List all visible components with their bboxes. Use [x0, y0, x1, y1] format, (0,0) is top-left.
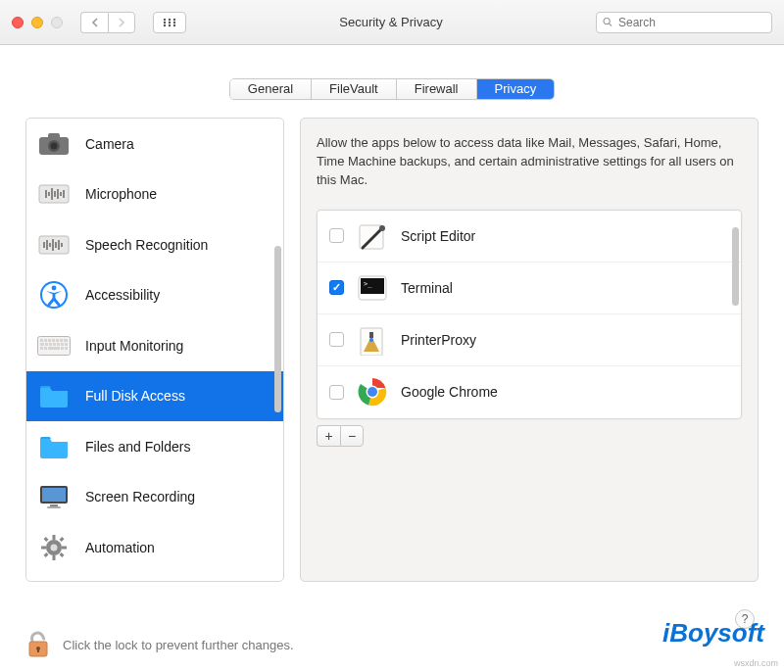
svg-line-10: [610, 24, 612, 26]
svg-point-8: [173, 24, 175, 25]
search-field[interactable]: [596, 12, 772, 33]
tab-filevault[interactable]: FileVault: [312, 79, 397, 99]
app-name: Terminal: [401, 280, 453, 296]
sidebar-item-camera[interactable]: Camera: [26, 119, 283, 169]
search-icon: [603, 17, 612, 27]
svg-rect-47: [45, 343, 48, 346]
svg-rect-51: [61, 343, 64, 346]
app-row[interactable]: >_ Terminal: [318, 263, 741, 314]
sidebar-item-automation[interactable]: Automation: [26, 522, 283, 573]
app-checkbox[interactable]: [329, 280, 344, 295]
svg-point-82: [368, 387, 377, 397]
svg-point-34: [52, 286, 57, 291]
svg-rect-55: [48, 347, 60, 350]
sidebar-item-label: Screen Recording: [85, 489, 195, 504]
svg-point-79: [369, 338, 373, 342]
accessibility-icon: [36, 277, 72, 312]
add-remove-control: + −: [317, 425, 742, 447]
zoom-window-icon: [51, 17, 63, 28]
svg-rect-44: [60, 339, 63, 342]
svg-point-9: [604, 19, 610, 24]
titlebar: Security & Privacy: [0, 0, 784, 45]
svg-rect-43: [56, 339, 59, 342]
svg-rect-68: [44, 537, 49, 542]
sidebar-item-input-monitoring[interactable]: Input Monitoring: [26, 320, 283, 371]
back-button[interactable]: [80, 12, 108, 33]
window-title: Security & Privacy: [196, 15, 586, 29]
svg-rect-60: [50, 504, 58, 506]
svg-rect-70: [60, 537, 65, 542]
svg-text:>_: >_: [364, 280, 372, 288]
sidebar-item-label: Input Monitoring: [85, 338, 183, 354]
svg-rect-50: [57, 343, 60, 346]
svg-rect-46: [40, 343, 44, 346]
svg-rect-40: [44, 339, 47, 342]
svg-point-3: [164, 21, 166, 23]
forward-button[interactable]: [108, 12, 135, 33]
app-name: Script Editor: [401, 228, 475, 244]
svg-rect-12: [48, 133, 60, 139]
minimize-window-icon[interactable]: [31, 17, 43, 28]
svg-point-1: [169, 18, 171, 20]
detail-pane: Allow the apps below to access data like…: [300, 118, 759, 582]
svg-rect-56: [61, 347, 64, 350]
tab-privacy[interactable]: Privacy: [477, 79, 555, 99]
sidebar-item-microphone[interactable]: Microphone: [26, 169, 283, 220]
svg-rect-67: [62, 546, 67, 549]
sidebar-item-label: Camera: [85, 136, 134, 152]
sidebar-item-label: Automation: [85, 540, 155, 555]
svg-point-73: [379, 225, 385, 231]
sidebar-item-speech[interactable]: Speech Recognition: [26, 219, 283, 270]
speech-icon: [36, 227, 72, 263]
app-checkbox[interactable]: [329, 385, 344, 400]
svg-point-5: [173, 21, 175, 23]
svg-rect-66: [41, 546, 46, 549]
terminal-icon: >_: [356, 271, 389, 305]
privacy-category-sidebar: Camera Microphone Speech Recognition Acc…: [25, 118, 284, 582]
remove-app-button[interactable]: −: [340, 425, 364, 447]
app-checkbox[interactable]: [329, 332, 344, 347]
svg-rect-45: [64, 339, 68, 342]
sidebar-item-screen-recording[interactable]: Screen Recording: [26, 472, 283, 523]
app-row[interactable]: PrinterProxy: [318, 314, 741, 366]
svg-rect-69: [60, 552, 65, 557]
svg-point-6: [164, 24, 166, 25]
lock-icon[interactable]: [25, 629, 51, 661]
show-all-button[interactable]: [153, 12, 186, 33]
sidebar-item-accessibility[interactable]: Accessibility: [26, 270, 283, 321]
sidebar-item-full-disk-access[interactable]: Full Disk Access: [26, 371, 283, 422]
app-checkbox[interactable]: [329, 228, 344, 243]
sidebar-item-label: Files and Folders: [85, 439, 190, 455]
svg-rect-57: [65, 347, 68, 350]
sidebar-item-label: Microphone: [85, 186, 157, 202]
close-window-icon[interactable]: [12, 17, 24, 28]
svg-point-0: [164, 18, 166, 20]
tab-general[interactable]: General: [230, 79, 312, 99]
svg-rect-48: [49, 343, 52, 346]
traffic-lights: [12, 17, 63, 28]
app-name: Google Chrome: [401, 384, 498, 400]
add-app-button[interactable]: +: [317, 425, 340, 447]
sidebar-item-label: Speech Recognition: [85, 237, 208, 253]
folder-icon: [36, 429, 72, 464]
svg-point-4: [169, 21, 171, 23]
svg-rect-39: [40, 339, 43, 342]
applist-scrollbar[interactable]: [732, 227, 739, 306]
tab-firewall[interactable]: Firewall: [397, 79, 477, 99]
search-input[interactable]: [618, 16, 765, 29]
app-row[interactable]: Script Editor: [318, 211, 741, 263]
tab-bar: General FileVault Firewall Privacy: [0, 45, 784, 118]
svg-rect-64: [53, 535, 56, 540]
svg-rect-41: [48, 339, 51, 342]
svg-rect-53: [40, 347, 43, 350]
sidebar-item-label: Accessibility: [85, 287, 160, 303]
sidebar-scrollbar[interactable]: [274, 246, 281, 412]
app-row[interactable]: Google Chrome: [318, 366, 741, 418]
watermark-source: wsxdn.com: [734, 658, 778, 668]
sidebar-item-files-folders[interactable]: Files and Folders: [26, 421, 283, 472]
lock-text: Click the lock to prevent further change…: [63, 638, 294, 652]
detail-description: Allow the apps below to access data like…: [317, 134, 742, 190]
gear-icon: [36, 530, 72, 565]
svg-rect-71: [44, 552, 49, 557]
svg-point-63: [51, 544, 58, 551]
